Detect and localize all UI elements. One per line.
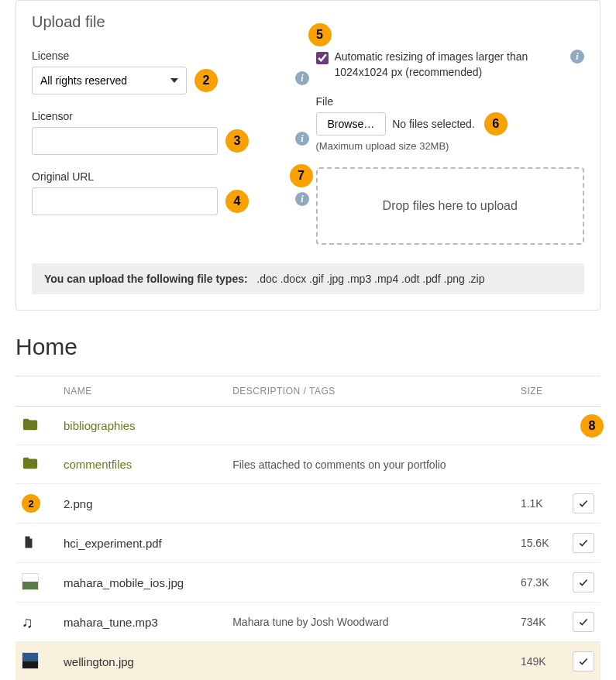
annotation-row-2: 2 bbox=[22, 494, 40, 513]
col-name: NAME bbox=[57, 376, 226, 407]
file-name: 2.png bbox=[64, 497, 93, 510]
table-row[interactable]: commentfilesFiles attached to comments o… bbox=[15, 445, 601, 484]
file-size: 15.6K bbox=[521, 537, 549, 549]
original-url-input[interactable] bbox=[32, 187, 218, 215]
original-url-label: Original URL bbox=[32, 170, 301, 183]
info-icon[interactable]: i bbox=[295, 132, 309, 146]
file-icon bbox=[22, 541, 36, 553]
file-types-bar: You can upload the following file types:… bbox=[32, 263, 584, 294]
file-size: 149K bbox=[521, 655, 546, 668]
licensor-field: Licensor 3 i bbox=[32, 110, 301, 155]
select-checkbox[interactable] bbox=[573, 533, 594, 553]
file-size: 734K bbox=[521, 616, 546, 628]
page-title: Home bbox=[15, 334, 601, 360]
info-icon[interactable]: i bbox=[295, 71, 309, 85]
table-row[interactable]: 22.png1.1K bbox=[15, 484, 601, 524]
file-size: 67.3K bbox=[521, 576, 549, 589]
max-size-hint: (Maximum upload size 32MB) bbox=[316, 140, 585, 152]
right-column: 5 Automatic resizing of images larger th… bbox=[316, 50, 585, 245]
file-name: mahara_tune.mp3 bbox=[64, 616, 158, 629]
file-desc: Mahara tune by Josh Woodward bbox=[232, 616, 388, 628]
table-row[interactable]: mahara_mobile_ios.jpg67.3K bbox=[15, 563, 601, 603]
left-column: License All rights reserved 2 i Licensor… bbox=[32, 50, 301, 245]
annotation-7: 7 bbox=[290, 164, 313, 187]
table-row[interactable]: wellington.jpg149K bbox=[15, 642, 601, 680]
browse-button[interactable]: Browse… bbox=[316, 112, 387, 136]
col-size: SIZE bbox=[514, 376, 566, 407]
upload-panel: Upload file License All rights reserved … bbox=[15, 0, 601, 311]
file-size: 1.1K bbox=[521, 497, 543, 510]
file-field: File Browse… No files selected. 6 (Maxim… bbox=[316, 95, 585, 152]
file-name: commentfiles bbox=[64, 458, 132, 471]
annotation-4: 4 bbox=[225, 190, 249, 213]
info-icon[interactable]: i bbox=[570, 50, 584, 64]
files-table: NAME DESCRIPTION / TAGS SIZE bibliograph… bbox=[15, 376, 601, 680]
license-label: License bbox=[32, 50, 301, 62]
annotation-5: 5 bbox=[308, 23, 332, 46]
folder-open-icon bbox=[22, 462, 39, 474]
col-desc: DESCRIPTION / TAGS bbox=[226, 376, 514, 407]
annotation-6: 6 bbox=[484, 112, 508, 136]
resize-field: 5 Automatic resizing of images larger th… bbox=[316, 50, 585, 80]
file-name: bibliographies bbox=[64, 419, 136, 432]
resize-label: Automatic resizing of images larger than… bbox=[335, 50, 585, 80]
file-label: File bbox=[316, 95, 585, 108]
thumbnail-icon bbox=[22, 573, 39, 590]
resize-checkbox[interactable] bbox=[316, 52, 329, 64]
licensor-input[interactable] bbox=[32, 127, 218, 155]
folder-open-icon bbox=[22, 423, 39, 435]
license-field: License All rights reserved 2 i bbox=[32, 50, 301, 94]
file-types-prefix: You can upload the following file types: bbox=[44, 273, 248, 285]
annotation-2: 2 bbox=[194, 69, 218, 92]
licensor-label: Licensor bbox=[32, 110, 301, 122]
panel-title: Upload file bbox=[32, 13, 584, 31]
original-url-field: Original URL 4 i bbox=[32, 170, 301, 215]
file-name: wellington.jpg bbox=[64, 655, 134, 668]
select-checkbox[interactable] bbox=[573, 572, 594, 592]
select-checkbox[interactable] bbox=[573, 651, 594, 671]
file-name: hci_experiment.pdf bbox=[64, 537, 162, 550]
annotation-8: 8 bbox=[580, 414, 604, 438]
thumbnail-icon bbox=[22, 652, 39, 669]
dropzone[interactable]: Drop files here to upload bbox=[316, 167, 585, 245]
file-status: No files selected. bbox=[392, 118, 475, 130]
info-icon[interactable]: i bbox=[295, 192, 309, 206]
table-row[interactable]: bibliographies bbox=[15, 407, 601, 445]
select-checkbox[interactable] bbox=[573, 493, 594, 513]
table-row[interactable]: ♫mahara_tune.mp3Mahara tune by Josh Wood… bbox=[15, 603, 601, 642]
file-name: mahara_mobile_ios.jpg bbox=[64, 576, 184, 589]
license-select[interactable]: All rights reserved bbox=[32, 67, 187, 94]
table-row[interactable]: hci_experiment.pdf15.6K bbox=[15, 524, 601, 563]
file-desc: Files attached to comments on your portf… bbox=[232, 458, 446, 471]
music-icon: ♫ bbox=[22, 613, 33, 630]
annotation-3: 3 bbox=[225, 129, 249, 153]
select-checkbox[interactable] bbox=[573, 612, 594, 632]
file-types-list: .doc .docx .gif .jpg .mp3 .mp4 .odt .pdf… bbox=[256, 273, 484, 285]
